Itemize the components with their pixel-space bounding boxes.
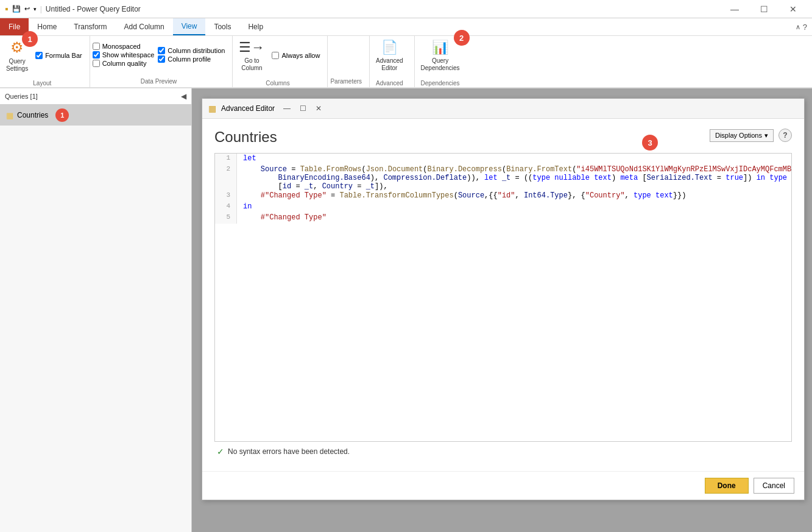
ribbon-group-data-preview: Monospaced Show whitespace Column qualit… — [90, 36, 233, 87]
layout-checkboxes: Formula Bar — [35, 52, 82, 59]
column-profile-checkbox-row[interactable]: Column profile — [158, 55, 225, 63]
monospaced-label: Monospaced — [102, 43, 141, 50]
quick-access-dropdown[interactable]: ▾ — [34, 6, 37, 12]
advanced-editor-button[interactable]: 📄 AdvancedEditor — [372, 36, 406, 75]
query-item-countries[interactable]: ▦ Countries 1 — [0, 105, 191, 126]
done-button[interactable]: Done — [705, 478, 749, 494]
tab-view[interactable]: View — [173, 18, 206, 35]
code-line-4: 4 in — [215, 202, 791, 213]
dependencies-group-label: Dependencies — [417, 77, 464, 87]
line-number-4: 4 — [215, 202, 237, 213]
query-dependencies-icon: 📊 — [432, 40, 448, 55]
modal-query-title: Countries — [214, 129, 277, 146]
monospaced-checkbox[interactable] — [93, 43, 100, 50]
monospaced-checkbox-row[interactable]: Monospaced — [93, 43, 155, 50]
tab-tools[interactable]: Tools — [205, 18, 239, 35]
ribbon-group-columns: ☰→ Go toColumn Always allow Columns — [233, 36, 328, 87]
column-distribution-checkbox-row[interactable]: Column distribution — [158, 47, 225, 54]
show-whitespace-checkbox-row[interactable]: Show whitespace — [93, 51, 155, 59]
minimize-button[interactable]: — — [721, 0, 749, 18]
formula-bar-label: Formula Bar — [45, 52, 82, 59]
ribbon-tab-row: File Home Transform Add Column View Tool… — [0, 18, 812, 36]
query-dependencies-button[interactable]: 📊 QueryDependencies 2 — [417, 36, 464, 75]
data-preview-right-checkboxes: Column distribution Column profile — [158, 47, 225, 63]
maximize-button[interactable]: ☐ — [750, 0, 778, 18]
modal-maximize-button[interactable]: ☐ — [295, 102, 310, 115]
queries-header-label: Queries [1] — [5, 93, 38, 100]
modal-titlebar: ▦ Advanced Editor — ☐ ✕ — [202, 99, 804, 119]
modal-title-icon: ▦ — [208, 104, 216, 113]
advanced-group-label: Advanced — [372, 77, 406, 87]
line-number-5: 5 — [215, 213, 237, 224]
cancel-button[interactable]: Cancel — [754, 478, 794, 494]
quick-access-save[interactable]: 💾 — [12, 5, 21, 13]
line-content-2: Source = Table.FromRows(Json.Document(Bi… — [237, 165, 792, 191]
parameters-group-label: Parameters — [330, 76, 362, 85]
ribbon: File Home Transform Add Column View Tool… — [0, 18, 812, 88]
column-quality-checkbox-row[interactable]: Column quality — [93, 60, 155, 67]
tab-help[interactable]: Help — [239, 18, 272, 35]
advanced-editor-icon: 📄 — [381, 40, 398, 55]
display-options-button[interactable]: Display Options ▾ — [710, 129, 774, 142]
go-to-column-button[interactable]: ☰→ Go toColumn — [235, 36, 268, 75]
ribbon-group-parameters: Parameters — [328, 36, 370, 87]
window-title: Untitled - Power Query Editor — [46, 5, 717, 13]
modal-titlebar-controls: — ☐ ✕ — [280, 102, 326, 115]
modal-minimize-button[interactable]: — — [280, 102, 294, 115]
main-layout: Queries [1] ◀ ▦ Countries 1 ▦ Advanced E… — [0, 88, 812, 532]
ribbon-group-advanced: 📄 AdvancedEditor Advanced — [370, 36, 414, 87]
tab-transform[interactable]: Transform — [65, 18, 115, 35]
column-quality-label: Column quality — [102, 60, 147, 67]
show-whitespace-checkbox[interactable] — [93, 51, 100, 59]
go-to-column-icon: ☰→ — [239, 40, 264, 55]
callout-badge-1: 1 — [22, 31, 38, 47]
data-preview-items: Monospaced Show whitespace Column qualit… — [93, 36, 225, 73]
code-line-2: 2 Source = Table.FromRows(Json.Document(… — [215, 165, 791, 191]
line-number-1: 1 — [215, 154, 237, 165]
query-item-label: Countries — [17, 111, 48, 119]
modal-options-bar: Display Options ▾ ? — [710, 129, 792, 142]
app-icon: ▪ — [5, 4, 9, 15]
ribbon-group-layout: ⚙ QuerySettings 1 Formula Bar Layout — [0, 36, 90, 87]
code-editor[interactable]: 1 let 2 Source = Table.FromRows(Json.Doc… — [214, 153, 792, 442]
layout-group-label: Layout — [2, 77, 82, 87]
dropdown-icon: ▾ — [764, 132, 768, 140]
always-allow-checkbox-row[interactable]: Always allow — [272, 52, 320, 59]
column-quality-checkbox[interactable] — [93, 60, 100, 67]
dependencies-items: 📊 QueryDependencies 2 — [417, 36, 464, 75]
close-button[interactable]: ✕ — [779, 0, 807, 18]
line-content-4: in — [237, 202, 252, 213]
data-preview-left-checkboxes: Monospaced Show whitespace Column qualit… — [93, 43, 155, 67]
quick-access-undo[interactable]: ↩ — [24, 5, 30, 13]
ribbon-collapse-icon[interactable]: ∧ — [796, 23, 800, 31]
column-profile-checkbox[interactable] — [158, 55, 165, 63]
show-whitespace-label: Show whitespace — [102, 51, 155, 59]
display-options-label: Display Options — [715, 132, 762, 139]
editor-help-button[interactable]: ? — [778, 129, 792, 142]
modal-close-button[interactable]: ✕ — [311, 102, 326, 115]
advanced-editor-label: AdvancedEditor — [376, 57, 403, 72]
column-distribution-checkbox[interactable] — [158, 47, 165, 54]
title-bar: ▪ 💾 ↩ ▾ | Untitled - Power Query Editor … — [0, 0, 812, 18]
window-controls: — ☐ ✕ — [721, 0, 807, 18]
layout-items: ⚙ QuerySettings 1 Formula Bar — [2, 36, 82, 75]
check-icon: ✓ — [217, 447, 224, 456]
code-line-3: 3 #"Changed Type" = Table.TransformColum… — [215, 191, 791, 202]
content-area: ▦ Advanced Editor — ☐ ✕ Countries 3 — [192, 88, 812, 532]
queries-panel-header: Queries [1] ◀ — [0, 88, 191, 105]
line-number-3: 3 — [215, 191, 237, 202]
line-content-1: let — [237, 154, 256, 165]
query-dependencies-label: QueryDependencies — [421, 57, 460, 72]
collapse-panel-button[interactable]: ◀ — [181, 92, 186, 101]
modal-body: Countries 3 Display Options ▾ ? — [202, 119, 804, 471]
always-allow-checkbox[interactable] — [272, 52, 279, 59]
line-content-5: #"Changed Type" — [237, 213, 327, 224]
ribbon-help-icon[interactable]: ? — [803, 23, 807, 32]
line-content-3: #"Changed Type" = Table.TransformColumnT… — [237, 191, 686, 202]
code-line-1: 1 let — [215, 154, 791, 165]
modal-footer: Done Cancel — [202, 471, 804, 500]
query-settings-label: QuerySettings — [6, 58, 28, 73]
tab-add-column[interactable]: Add Column — [116, 18, 173, 35]
formula-bar-checkbox[interactable] — [35, 52, 43, 59]
formula-bar-checkbox-row[interactable]: Formula Bar — [35, 52, 82, 59]
